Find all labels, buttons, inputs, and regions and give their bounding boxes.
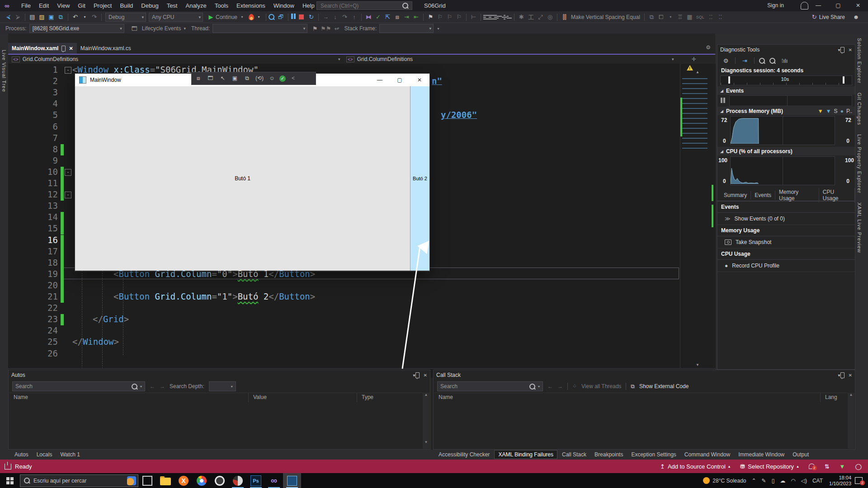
menu-item[interactable]: Build: [116, 0, 137, 11]
menu-item[interactable]: Analyze: [181, 0, 210, 11]
wifi-icon[interactable]: ◠: [791, 478, 795, 484]
save-icon[interactable]: ▣: [47, 13, 55, 21]
platform-dropdown[interactable]: Any CPU▾: [149, 13, 203, 22]
stop-debugging-icon[interactable]: [299, 14, 304, 19]
bottom-tab[interactable]: Call Stack: [558, 450, 590, 459]
split-editor-icon[interactable]: ✛: [692, 56, 696, 62]
panel-dropdown-icon[interactable]: ▾: [838, 373, 840, 378]
format-document-icon[interactable]: ⧓: [365, 13, 373, 21]
callstack-search-input[interactable]: Search ▾: [437, 381, 543, 391]
live-visual-tree-tab[interactable]: Live Visual Tree: [0, 45, 8, 97]
mainwindow-app-window[interactable]: MainWindow — ▢ ✕ Butó 1 Butó 2: [75, 73, 430, 272]
live-share-icon[interactable]: ↻: [811, 13, 818, 21]
accessibility-checker-icon[interactable]: ☺: [268, 75, 276, 82]
record-cpu-link[interactable]: ● Record CPU Profile: [717, 260, 855, 272]
diagnostics-timeline[interactable]: 10s: [720, 75, 852, 85]
language-indicator[interactable]: CAT: [812, 478, 823, 484]
take-snapshot-link[interactable]: Take Snapshot: [717, 236, 855, 249]
solution-config-dropdown[interactable]: Debug▾: [105, 13, 146, 22]
stack-frame-dropdown[interactable]: ▾: [379, 24, 434, 33]
bottom-tab[interactable]: Output: [789, 450, 812, 459]
bottom-tab[interactable]: Watch 1: [57, 450, 84, 459]
feedback-icon[interactable]: ⇅: [825, 463, 830, 470]
panel-dropdown-icon[interactable]: ▾: [838, 47, 840, 52]
bookmark-icon[interactable]: ⚑: [427, 13, 434, 21]
search-input[interactable]: [316, 1, 412, 10]
grid-icon[interactable]: ▦: [686, 13, 693, 21]
visual-studio-icon[interactable]: ∞: [265, 473, 283, 488]
menu-item[interactable]: Debug: [137, 0, 162, 11]
breadcrumb-right[interactable]: Grid.ColumnDefinitions: [357, 56, 413, 62]
go-to-live-visual-tree-icon[interactable]: ⧈: [194, 75, 202, 82]
pause-events-icon[interactable]: [720, 98, 726, 104]
menu-item[interactable]: Window: [269, 0, 298, 11]
align-left-icon[interactable]: [483, 15, 488, 19]
app-minimize-button[interactable]: —: [370, 74, 390, 86]
search-prev-icon[interactable]: ←: [547, 383, 553, 389]
search-depth-dropdown[interactable]: ▾: [209, 381, 236, 391]
panel-pin-icon[interactable]: [840, 372, 844, 378]
pin-tools-icon[interactable]: ⊢: [470, 13, 477, 21]
add-to-source-control-button[interactable]: ↥ Add to Source Control▴: [660, 463, 730, 470]
outdent-icon[interactable]: ⇤: [412, 13, 420, 21]
align-top-icon[interactable]: [497, 16, 502, 19]
battery-icon[interactable]: ▯: [772, 478, 775, 484]
menu-item[interactable]: View: [53, 0, 74, 11]
menu-item[interactable]: Extensions: [232, 0, 269, 11]
export-icon[interactable]: ⇥: [741, 57, 749, 65]
maximize-button[interactable]: ▢: [828, 0, 848, 11]
indent-icon[interactable]: ⇥: [403, 13, 410, 21]
bottom-tab[interactable]: Command Window: [681, 450, 734, 459]
panel-close-icon[interactable]: ✕: [424, 373, 427, 378]
hot-reload-dropdown-icon[interactable]: ▾: [255, 13, 263, 21]
reset-view-icon[interactable]: ⁞ılı: [781, 57, 788, 65]
search-next-icon[interactable]: →: [160, 383, 165, 389]
right-strip-tab[interactable]: Git Changes: [855, 88, 863, 130]
search-prev-icon[interactable]: ←: [150, 383, 155, 389]
undo-icon[interactable]: ↶: [71, 13, 79, 21]
notifications-button[interactable]: 2: [809, 464, 815, 469]
menu-item[interactable]: File: [17, 0, 35, 11]
taskbar-search[interactable]: Escriu aquí per cercar: [20, 474, 138, 487]
ungroup-icon[interactable]: ⧠: [657, 13, 665, 21]
diagnostic-tools-header[interactable]: Diagnostic Tools ▾ ✕: [717, 45, 855, 55]
redo-icon[interactable]: ↷: [90, 13, 98, 21]
restart-icon[interactable]: ↻: [307, 13, 315, 21]
continue-button[interactable]: ▶ Continue ▾: [206, 13, 247, 21]
group-dropdown-icon[interactable]: ▾: [667, 13, 675, 21]
column-value[interactable]: Value: [249, 393, 357, 402]
bottom-tab[interactable]: XAML Binding Failures: [494, 450, 557, 459]
save-all-icon[interactable]: ⧉: [57, 13, 65, 21]
panel-close-icon[interactable]: ✕: [849, 373, 852, 378]
align-bottom-icon[interactable]: [507, 16, 512, 19]
step-out-icon[interactable]: ↑: [350, 13, 358, 21]
view-all-threads-button[interactable]: View all Threads: [581, 383, 621, 389]
diagnostic-tab[interactable]: Summary: [720, 191, 751, 199]
pin-tab-icon[interactable]: [61, 46, 66, 52]
lifecycle-events-label[interactable]: Lifecycle Events: [142, 25, 181, 32]
send-feedback-icon[interactable]: ☻: [852, 13, 860, 21]
menu-item[interactable]: Test: [163, 0, 182, 11]
loop-icon[interactable]: ↫: [333, 25, 341, 33]
menu-item[interactable]: Project: [90, 0, 116, 11]
thread-dropdown[interactable]: ▾: [212, 24, 307, 33]
document-well-gear-icon[interactable]: ⚙: [706, 44, 711, 51]
show-next-statement-icon[interactable]: →: [322, 13, 330, 21]
show-external-code-button[interactable]: Show External Code: [639, 383, 689, 389]
tray-expand-icon[interactable]: ⌃: [752, 478, 756, 484]
clear-bookmarks-icon[interactable]: ⚐: [455, 13, 463, 21]
select-element-icon[interactable]: ⇱: [384, 13, 392, 21]
bottom-tab[interactable]: Immediate Window: [735, 450, 788, 459]
track-focused-element-icon[interactable]: ⧉: [243, 75, 251, 82]
tab-mainwindow-xaml-cs[interactable]: MainWindow.xaml.cs: [77, 43, 135, 54]
start-button[interactable]: [6, 477, 14, 484]
onedrive-cloud-icon[interactable]: ☁: [780, 478, 785, 484]
navigate-back-icon[interactable]: ⮘: [5, 13, 12, 21]
spacing-group-icon[interactable]: ⁚⁚: [707, 13, 715, 21]
events-section-header[interactable]: ◢Events: [717, 86, 855, 95]
group-icon[interactable]: ⧉: [648, 13, 656, 21]
zoom-out-icon[interactable]: [769, 58, 775, 64]
hierarchy-icon[interactable]: ♖: [676, 13, 684, 21]
lifecycle-events-icon[interactable]: 🗔: [131, 25, 138, 33]
bottom-tab[interactable]: Autos: [11, 450, 32, 459]
